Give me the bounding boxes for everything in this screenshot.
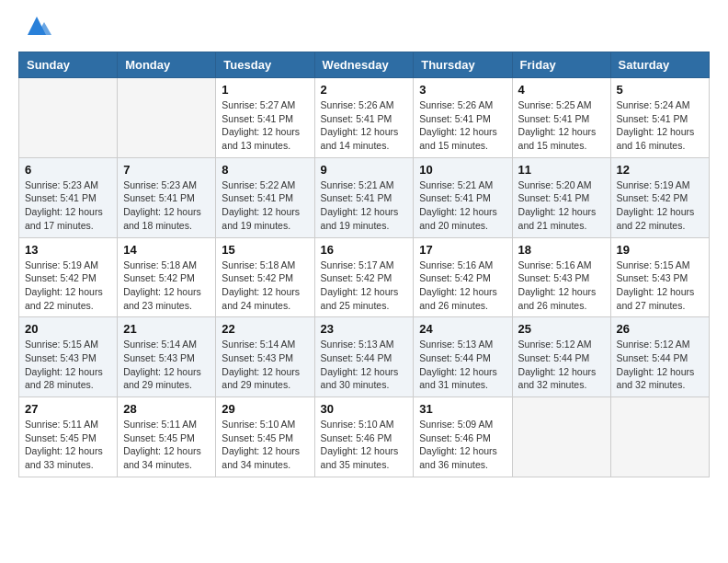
day-info: Sunrise: 5:10 AMSunset: 5:45 PMDaylight:… [222,418,308,472]
page-header [18,18,710,42]
day-info: Sunrise: 5:11 AMSunset: 5:45 PMDaylight:… [123,418,210,472]
day-header-friday: Friday [512,52,610,78]
day-info: Sunrise: 5:25 AMSunset: 5:41 PMDaylight:… [518,98,605,153]
day-info: Sunrise: 5:19 AMSunset: 5:42 PMDaylight:… [25,259,111,313]
calendar-cell: 26Sunrise: 5:12 AMSunset: 5:44 PMDayligh… [610,317,709,397]
calendar-cell: 1Sunrise: 5:27 AMSunset: 5:41 PMDaylight… [216,78,314,158]
day-number: 21 [123,322,210,336]
calendar-cell: 19Sunrise: 5:15 AMSunset: 5:43 PMDayligh… [610,237,709,317]
day-header-sunday: Sunday [19,52,118,78]
day-number: 20 [25,322,111,336]
day-info: Sunrise: 5:09 AMSunset: 5:46 PMDaylight:… [419,418,506,472]
calendar-cell: 21Sunrise: 5:14 AMSunset: 5:43 PMDayligh… [118,317,216,397]
day-info: Sunrise: 5:26 AMSunset: 5:41 PMDaylight:… [419,98,506,153]
calendar-cell: 27Sunrise: 5:11 AMSunset: 5:45 PMDayligh… [19,397,118,477]
calendar-cell: 17Sunrise: 5:16 AMSunset: 5:42 PMDayligh… [414,237,512,317]
day-info: Sunrise: 5:16 AMSunset: 5:42 PMDaylight:… [419,259,506,313]
day-number: 24 [419,322,506,336]
calendar-week-5: 27Sunrise: 5:11 AMSunset: 5:45 PMDayligh… [19,397,710,477]
calendar-week-1: 1Sunrise: 5:27 AMSunset: 5:41 PMDaylight… [19,78,710,158]
day-info: Sunrise: 5:22 AMSunset: 5:41 PMDaylight:… [222,178,308,233]
day-number: 4 [518,83,605,97]
calendar-cell: 15Sunrise: 5:18 AMSunset: 5:42 PMDayligh… [216,237,314,317]
day-number: 12 [617,163,703,177]
day-info: Sunrise: 5:17 AMSunset: 5:42 PMDaylight:… [321,259,408,313]
day-info: Sunrise: 5:14 AMSunset: 5:43 PMDaylight:… [123,338,210,392]
day-number: 22 [222,322,308,336]
day-info: Sunrise: 5:27 AMSunset: 5:41 PMDaylight:… [222,98,308,153]
calendar-cell: 29Sunrise: 5:10 AMSunset: 5:45 PMDayligh… [216,397,314,477]
calendar-cell [19,78,118,158]
day-header-saturday: Saturday [610,52,709,78]
calendar-cell [512,397,610,477]
day-number: 18 [518,243,605,257]
day-info: Sunrise: 5:15 AMSunset: 5:43 PMDaylight:… [617,259,703,313]
calendar-week-2: 6Sunrise: 5:23 AMSunset: 5:41 PMDaylight… [19,157,710,237]
day-number: 8 [222,163,308,177]
calendar-cell: 22Sunrise: 5:14 AMSunset: 5:43 PMDayligh… [216,317,314,397]
day-info: Sunrise: 5:13 AMSunset: 5:44 PMDaylight:… [419,338,506,392]
day-info: Sunrise: 5:23 AMSunset: 5:41 PMDaylight:… [25,178,111,233]
calendar-cell: 13Sunrise: 5:19 AMSunset: 5:42 PMDayligh… [19,237,118,317]
day-header-monday: Monday [118,52,216,78]
day-info: Sunrise: 5:14 AMSunset: 5:43 PMDaylight:… [222,338,308,392]
calendar-cell: 12Sunrise: 5:19 AMSunset: 5:42 PMDayligh… [610,157,709,237]
day-number: 1 [222,83,308,97]
calendar-cell [118,78,216,158]
day-number: 29 [222,402,308,416]
calendar-cell: 4Sunrise: 5:25 AMSunset: 5:41 PMDaylight… [512,78,610,158]
day-number: 17 [419,243,506,257]
day-info: Sunrise: 5:12 AMSunset: 5:44 PMDaylight:… [518,338,605,392]
calendar-cell: 8Sunrise: 5:22 AMSunset: 5:41 PMDaylight… [216,157,314,237]
logo [18,18,53,42]
day-number: 23 [321,322,408,336]
day-info: Sunrise: 5:11 AMSunset: 5:45 PMDaylight:… [25,418,111,472]
calendar-cell: 3Sunrise: 5:26 AMSunset: 5:41 PMDaylight… [414,78,512,158]
day-info: Sunrise: 5:12 AMSunset: 5:44 PMDaylight:… [617,338,703,392]
calendar-cell: 14Sunrise: 5:18 AMSunset: 5:42 PMDayligh… [118,237,216,317]
day-number: 28 [123,402,210,416]
calendar-cell: 10Sunrise: 5:21 AMSunset: 5:41 PMDayligh… [414,157,512,237]
day-header-wednesday: Wednesday [314,52,414,78]
day-number: 5 [617,83,703,97]
day-number: 25 [518,322,605,336]
day-info: Sunrise: 5:21 AMSunset: 5:41 PMDaylight:… [321,178,408,233]
calendar-cell: 25Sunrise: 5:12 AMSunset: 5:44 PMDayligh… [512,317,610,397]
day-number: 16 [321,243,408,257]
day-number: 19 [617,243,703,257]
day-info: Sunrise: 5:20 AMSunset: 5:41 PMDaylight:… [518,178,605,233]
day-info: Sunrise: 5:18 AMSunset: 5:42 PMDaylight:… [123,259,210,313]
calendar-cell: 2Sunrise: 5:26 AMSunset: 5:41 PMDaylight… [314,78,414,158]
calendar-header-row: SundayMondayTuesdayWednesdayThursdayFrid… [19,52,710,78]
calendar-cell: 28Sunrise: 5:11 AMSunset: 5:45 PMDayligh… [118,397,216,477]
calendar-cell: 6Sunrise: 5:23 AMSunset: 5:41 PMDaylight… [19,157,118,237]
day-number: 26 [617,322,703,336]
day-number: 3 [419,83,506,97]
day-number: 27 [25,402,111,416]
calendar-cell: 5Sunrise: 5:24 AMSunset: 5:41 PMDaylight… [610,78,709,158]
calendar-cell: 30Sunrise: 5:10 AMSunset: 5:46 PMDayligh… [314,397,414,477]
day-info: Sunrise: 5:19 AMSunset: 5:42 PMDaylight:… [617,178,703,233]
calendar-cell: 31Sunrise: 5:09 AMSunset: 5:46 PMDayligh… [414,397,512,477]
day-info: Sunrise: 5:26 AMSunset: 5:41 PMDaylight:… [321,98,408,153]
day-info: Sunrise: 5:21 AMSunset: 5:41 PMDaylight:… [419,178,506,233]
calendar-cell: 18Sunrise: 5:16 AMSunset: 5:43 PMDayligh… [512,237,610,317]
day-number: 7 [123,163,210,177]
day-number: 31 [419,402,506,416]
calendar-table: SundayMondayTuesdayWednesdayThursdayFrid… [18,52,710,477]
calendar-cell: 7Sunrise: 5:23 AMSunset: 5:41 PMDaylight… [118,157,216,237]
calendar-week-4: 20Sunrise: 5:15 AMSunset: 5:43 PMDayligh… [19,317,710,397]
day-number: 11 [518,163,605,177]
calendar-week-3: 13Sunrise: 5:19 AMSunset: 5:42 PMDayligh… [19,237,710,317]
day-info: Sunrise: 5:18 AMSunset: 5:42 PMDaylight:… [222,259,308,313]
calendar-cell: 23Sunrise: 5:13 AMSunset: 5:44 PMDayligh… [314,317,414,397]
calendar-cell [610,397,709,477]
day-number: 9 [321,163,408,177]
day-number: 14 [123,243,210,257]
logo-icon [20,9,53,42]
day-header-tuesday: Tuesday [216,52,314,78]
calendar-cell: 20Sunrise: 5:15 AMSunset: 5:43 PMDayligh… [19,317,118,397]
day-info: Sunrise: 5:15 AMSunset: 5:43 PMDaylight:… [25,338,111,392]
day-info: Sunrise: 5:10 AMSunset: 5:46 PMDaylight:… [321,418,408,472]
day-number: 30 [321,402,408,416]
